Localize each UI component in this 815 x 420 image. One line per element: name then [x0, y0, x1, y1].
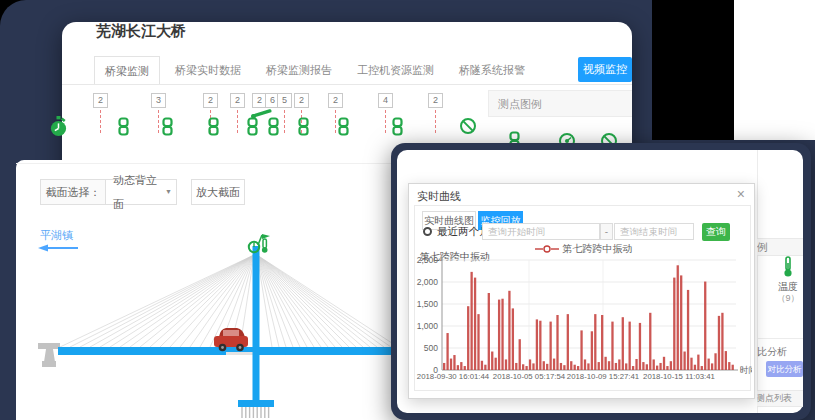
white-patch: [734, 0, 815, 140]
sensor-leader-line: [237, 110, 238, 133]
sensor-count-badge: 2: [328, 93, 343, 108]
sensor-leader-line: [435, 110, 436, 133]
bridge-tower: [253, 246, 260, 400]
realtime-curve-modal: 实时曲线 × 实时曲线图监控回放 最近两个月 - 查询 第七跨跨中振动 第七跨跨…: [408, 183, 755, 399]
sensor-leader-line: [284, 110, 285, 133]
svg-text:2018-09-30 16:01:44: 2018-09-30 16:01:44: [417, 372, 490, 381]
sensor-leader-line: [158, 110, 159, 133]
chevron-down-icon: ▼: [165, 180, 172, 204]
sensor-count-badge: 2: [230, 93, 245, 108]
stopwatch-icon[interactable]: [49, 116, 68, 138]
svg-text:2018-10-15 11:03:41: 2018-10-15 11:03:41: [643, 372, 715, 381]
svg-text:2018-10-05 05:17:54: 2018-10-05 05:17:54: [493, 372, 566, 381]
chain-sensor-icon[interactable]: [337, 117, 350, 136]
chain-sensor-icon[interactable]: [117, 117, 130, 136]
sensor-leader-line: [385, 110, 386, 133]
svg-text:2018-10-09 15:27:41: 2018-10-09 15:27:41: [567, 372, 639, 381]
sidebar-section-line: [757, 338, 803, 339]
tilt-sensor-icon[interactable]: [250, 106, 274, 120]
legend-label: 第七跨跨中振动: [563, 243, 633, 254]
sensor-leader-line: [335, 110, 336, 133]
vibration-chart: 05001,0001,5002,0002,5002018-09-30 16:01…: [415, 256, 752, 392]
sensor-count-badge: 2: [203, 93, 218, 108]
sidebar-bottom-band: 桥梁测点列表: [757, 390, 803, 407]
modal-panel: 实时曲线图监控回放 最近两个月 - 查询 第七跨跨中振动 第七跨跨中振动 050…: [414, 205, 751, 391]
section-divider: [16, 163, 391, 164]
modal-title: 实时曲线: [417, 189, 461, 204]
abutment: [38, 343, 60, 367]
legend-panel-title: 测点图例: [488, 90, 632, 117]
sensor-count-badge: 5: [277, 93, 292, 108]
compare-button[interactable]: 对比分析: [766, 361, 803, 377]
sensor-count-badge: 2: [294, 93, 309, 108]
pier-cap: [238, 400, 274, 407]
section-select-value: 动态背立面: [113, 168, 165, 216]
legend-marker-icon: [535, 244, 559, 255]
svg-text:时间: 时间: [740, 365, 752, 375]
temperature-count: （9）: [770, 292, 806, 305]
screenshot-stage: 芜湖长江大桥 桥梁监测桥梁实时数据桥梁监测报告工控机资源监测桥隧系统报警 视频监…: [0, 0, 815, 420]
prohibit-icon[interactable]: [459, 117, 477, 135]
svg-text:500: 500: [424, 343, 438, 353]
svg-text:2,500: 2,500: [417, 256, 439, 265]
point-list-label: 桥梁测点列表: [757, 391, 792, 406]
sensor-strip: 23222652242: [0, 0, 652, 160]
tower-thermometer-icon[interactable]: [262, 239, 268, 253]
black-patch: [652, 0, 735, 140]
svg-text:2,000: 2,000: [417, 277, 439, 287]
sensor-count-badge: 2: [93, 93, 108, 108]
recent-two-months-radio[interactable]: [423, 227, 432, 236]
query-start-input[interactable]: [482, 223, 600, 240]
section-select-dropdown[interactable]: 动态背立面 ▼: [105, 179, 177, 205]
sensor-leader-line: [100, 110, 101, 133]
close-icon[interactable]: ×: [737, 186, 745, 202]
svg-text:1,000: 1,000: [417, 321, 439, 331]
pier-hatch: [242, 407, 269, 418]
query-button[interactable]: 查询: [702, 223, 730, 241]
svg-text:1,500: 1,500: [417, 299, 439, 309]
sidebar-legend-tail: 测点图例: [757, 239, 768, 255]
section-select-label: 截面选择：: [40, 179, 106, 205]
query-end-input[interactable]: [614, 223, 694, 240]
date-range-separator: -: [600, 223, 613, 240]
chain-sensor-icon[interactable]: [297, 117, 310, 136]
sensor-count-badge: 3: [151, 93, 166, 108]
sensor-count-badge: 2: [428, 93, 443, 108]
zoom-section-button[interactable]: 放大截面: [191, 179, 245, 205]
sidebar-divider: [757, 150, 758, 413]
chain-sensor-icon[interactable]: [207, 117, 220, 136]
compare-section-title: 对比分析: [757, 345, 803, 358]
chain-sensor-icon[interactable]: [391, 117, 404, 136]
bridge-diagram: [16, 225, 400, 420]
sidebar-legend-band: 测点图例: [757, 238, 803, 256]
sensor-count-badge: 4: [378, 93, 393, 108]
chain-sensor-icon[interactable]: [161, 117, 174, 136]
temperature-icon[interactable]: [782, 256, 794, 278]
